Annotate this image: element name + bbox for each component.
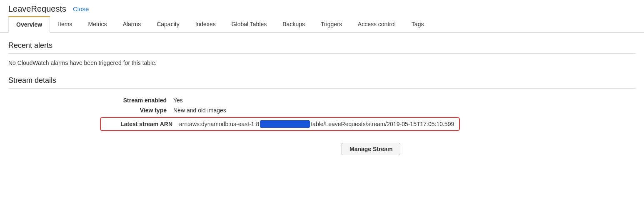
- recent-alerts-section: Recent alerts No CloudWatch alarms have …: [8, 41, 636, 66]
- tab-metrics[interactable]: Metrics: [80, 16, 115, 33]
- manage-stream-button[interactable]: Manage Stream: [342, 143, 400, 155]
- view-type-label: View type: [100, 107, 167, 114]
- page-title: LeaveRequests: [8, 4, 66, 14]
- view-type-row: View type New and old images: [100, 105, 636, 115]
- divider-stream: [8, 88, 636, 89]
- tab-alarms[interactable]: Alarms: [115, 16, 149, 33]
- stream-info: Stream enabled Yes View type New and old…: [8, 95, 636, 155]
- recent-alerts-title: Recent alerts: [8, 41, 636, 50]
- tab-tags[interactable]: Tags: [404, 16, 432, 33]
- page-header: LeaveRequests Close: [0, 0, 644, 14]
- arn-suffix: table/LeaveRequests/stream/2019-05-15T17…: [311, 121, 454, 127]
- arn-row: Latest stream ARN arn:aws:dynamodb:us-ea…: [100, 117, 460, 131]
- alert-message: No CloudWatch alarms have been triggered…: [8, 60, 636, 66]
- tab-global-tables[interactable]: Global Tables: [224, 16, 275, 33]
- divider-alerts: [8, 53, 636, 54]
- stream-details-section: Stream details Stream enabled Yes View t…: [8, 76, 636, 155]
- tab-indexes[interactable]: Indexes: [187, 16, 224, 33]
- tab-bar: Overview Items Metrics Alarms Capacity I…: [0, 16, 644, 33]
- tab-access-control[interactable]: Access control: [350, 16, 404, 33]
- arn-redacted-block: [260, 120, 310, 128]
- close-link[interactable]: Close: [73, 5, 89, 12]
- tab-backups[interactable]: Backups: [275, 16, 313, 33]
- arn-prefix: arn:aws:dynamodb:us-east-1:8: [179, 121, 259, 127]
- tab-overview[interactable]: Overview: [8, 16, 50, 33]
- stream-details-title: Stream details: [8, 76, 636, 85]
- tab-capacity[interactable]: Capacity: [149, 16, 187, 33]
- stream-enabled-row: Stream enabled Yes: [100, 95, 636, 105]
- view-type-value: New and old images: [173, 107, 226, 114]
- main-content: Recent alerts No CloudWatch alarms have …: [0, 33, 644, 164]
- arn-label: Latest stream ARN: [106, 121, 172, 127]
- tab-triggers[interactable]: Triggers: [313, 16, 350, 33]
- stream-enabled-value: Yes: [173, 97, 183, 104]
- arn-value: arn:aws:dynamodb:us-east-1:8table/LeaveR…: [179, 120, 454, 128]
- stream-enabled-label: Stream enabled: [100, 97, 167, 104]
- tab-items[interactable]: Items: [50, 16, 80, 33]
